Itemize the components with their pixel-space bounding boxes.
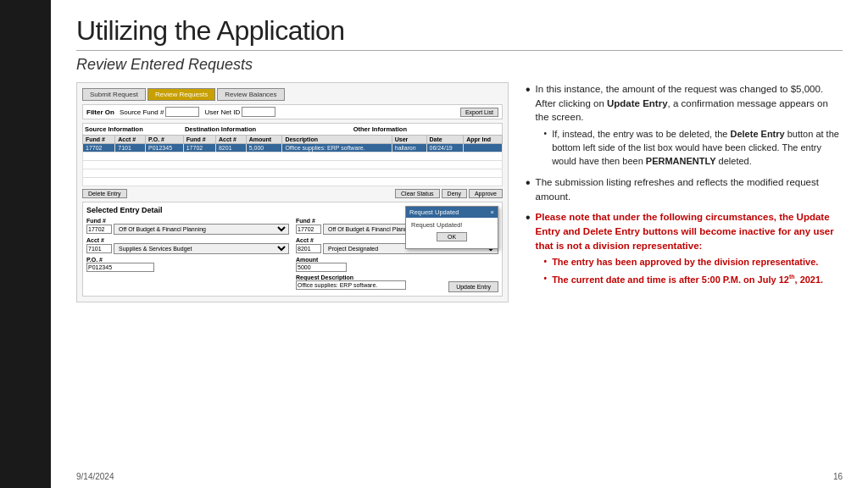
detail-acct2-input[interactable]	[296, 244, 321, 253]
bullet-3-text: Please note that under the following cir…	[536, 210, 843, 287]
filter-source-fund-label: Source Fund #	[120, 108, 164, 116]
permanently-bold: PERMANENTLY	[646, 156, 716, 166]
cell-dest-fund: 17702	[183, 144, 215, 152]
section-dest: Destination Information	[170, 125, 271, 133]
detail-amount-label: Amount	[296, 257, 498, 263]
detail-fund-select[interactable]: Off Of Budget & Financl Planning	[114, 224, 289, 235]
tab-review-balances[interactable]: Review Balances	[217, 88, 284, 101]
filter-user-netid-label: User Net ID	[204, 108, 240, 116]
section-source: Source Information	[85, 125, 170, 133]
sub1-text-before: If, instead, the entry was to be deleted…	[552, 129, 730, 139]
modal-body: Request Updated! OK	[406, 218, 498, 248]
col-appr-ind: Appr Ind	[464, 136, 503, 144]
detail-left-col: Fund # Off Of Budget & Financl Planning …	[86, 218, 289, 292]
footer: 9/14/2024 16	[51, 472, 868, 481]
sub-bullet-1-text: If, instead, the entry was to be deleted…	[552, 128, 843, 169]
filter-source-fund-input[interactable]	[165, 107, 199, 117]
modal-message: Request Updated!	[411, 221, 492, 229]
footer-page: 16	[833, 472, 843, 481]
delete-entry-bold: Delete Entry	[730, 129, 784, 139]
table-row-empty	[83, 178, 503, 186]
col-amount: Amount	[246, 136, 282, 144]
left-sidebar	[0, 0, 51, 488]
table-row-empty	[83, 169, 503, 178]
update-entry-bold: Update Entry	[607, 98, 668, 108]
detail-acct-select[interactable]: Supplies & Services Budget	[114, 243, 289, 254]
bullet-2: • The submission listing refreshes and r…	[526, 175, 843, 203]
table-header-row: Fund # Acct # P.O. # Fund # Acct # Amoun…	[83, 136, 503, 144]
deny-button[interactable]: Deny	[442, 189, 467, 198]
request-updated-modal: Request Updated × Request Updated! OK	[405, 206, 498, 249]
detail-po-field: P.O. #	[86, 257, 289, 272]
modal-ok-button[interactable]: OK	[437, 232, 467, 241]
text-panel: • In this instance, the amount of the re…	[526, 82, 843, 294]
tab-submit-request[interactable]: Submit Request	[82, 88, 146, 101]
sub3b-after: , 2021.	[795, 274, 824, 285]
clear-status-button[interactable]: Clear Status	[395, 189, 440, 198]
approve-button[interactable]: Approve	[469, 189, 503, 198]
detail-fund2-input[interactable]	[296, 225, 321, 234]
bullet-dot-3: •	[526, 209, 531, 225]
modal-title-bar: Request Updated ×	[406, 207, 498, 218]
bullet-3: • Please note that under the following c…	[526, 210, 843, 287]
bullet-2-text: The submission listing refreshes and ref…	[536, 175, 843, 203]
sub3b-before: The current date and time is after 5:00 …	[552, 274, 789, 285]
detail-acct-field: Acct # Supplies & Services Budget	[86, 237, 289, 254]
sub-bullet-1: • If, instead, the entry was to be delet…	[544, 128, 843, 169]
detail-fund-field: Fund # Off Of Budget & Financl Planning	[86, 218, 289, 235]
bullet-3-red-bold: Please note that under the following cir…	[536, 212, 834, 250]
detail-amount-input[interactable]	[296, 263, 347, 272]
main-content: Utilizing the Application Review Entered…	[51, 0, 868, 488]
sub-bullet-dot-1: •	[544, 128, 548, 140]
filter-user-netid-input[interactable]	[242, 107, 275, 117]
divider	[76, 50, 843, 51]
selected-entry-detail: Selected Entry Detail Fund # Off Of Budg…	[82, 202, 503, 297]
modal-title-text: Request Updated	[409, 208, 459, 216]
table-row-empty	[83, 152, 503, 161]
filter-user-netid: User Net ID	[204, 107, 275, 117]
detail-fund-label: Fund #	[86, 218, 289, 224]
section-other: Other Information	[271, 125, 407, 133]
sub-bullet-3b-text: The current date and time is after 5:00 …	[552, 273, 843, 287]
cell-user: hallaron	[392, 144, 426, 152]
data-table: Fund # Acct # P.O. # Fund # Acct # Amoun…	[82, 135, 503, 186]
sub-bullet-3b: • The current date and time is after 5:0…	[544, 273, 843, 287]
col-fund: Fund #	[83, 136, 115, 144]
table-section-headers: Source Information Destination Informati…	[82, 123, 503, 135]
cell-dest-acct: 8201	[215, 144, 246, 152]
filter-label: Filter On	[86, 108, 114, 116]
sub3b-sup: th	[789, 274, 795, 280]
detail-po-input[interactable]	[86, 263, 154, 272]
table-row-empty	[83, 161, 503, 169]
filter-source-fund: Source Fund #	[120, 107, 199, 117]
detail-desc-label: Request Description	[296, 274, 498, 280]
detail-amount-field: Amount	[296, 257, 498, 272]
sub1-text-end: deleted.	[716, 156, 752, 166]
col-acct2: Acct #	[215, 136, 246, 144]
cell-amount: 5,000	[246, 144, 282, 152]
bullet-1-text: In this instance, the amount of the requ…	[536, 82, 843, 169]
sub-bullet-dot-3b: •	[544, 273, 548, 285]
two-column-layout: Submit Request Review Requests Review Ba…	[76, 82, 843, 302]
sub-bullet-3a-text: The entry has been approved by the divis…	[552, 256, 843, 269]
action-buttons-row: Delete Entry Clear Status Deny Approve	[82, 189, 503, 198]
table-row[interactable]: 17702 7101 P012345 17702 8201 5,000 Offi…	[83, 144, 503, 152]
sub-bullet-3a: • The entry has been approved by the div…	[544, 256, 843, 269]
detail-fund-input[interactable]	[86, 225, 112, 234]
detail-desc-input[interactable]	[296, 280, 406, 290]
cell-acct: 7101	[115, 144, 146, 152]
cell-date: 06/24/19	[426, 144, 464, 152]
delete-entry-button[interactable]: Delete Entry	[82, 189, 127, 198]
col-description: Description	[282, 136, 392, 144]
col-acct: Acct #	[115, 136, 146, 144]
export-list-button[interactable]: Export List	[460, 108, 498, 117]
modal-close-button[interactable]: ×	[490, 208, 494, 216]
detail-acct-input[interactable]	[86, 244, 112, 253]
tab-review-requests[interactable]: Review Requests	[147, 88, 215, 101]
tab-bar: Submit Request Review Requests Review Ba…	[82, 88, 503, 101]
sub-bullet-dot-3a: •	[544, 256, 548, 268]
col-date: Date	[426, 136, 464, 144]
update-entry-button[interactable]: Update Entry	[448, 281, 498, 292]
bullet-dot-1: •	[526, 81, 531, 97]
cell-fund: 17702	[83, 144, 115, 152]
